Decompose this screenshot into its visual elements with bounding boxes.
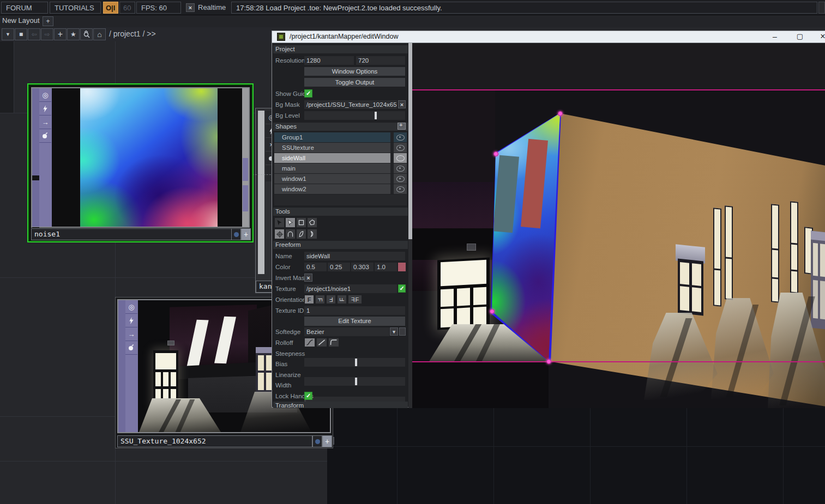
rolloff-linear-button[interactable] xyxy=(316,338,327,347)
shape-row-sidewall-selected[interactable]: sideWall xyxy=(274,153,407,163)
tool-select-white[interactable] xyxy=(285,217,296,228)
tool-arch[interactable] xyxy=(285,229,296,239)
color-a-field[interactable]: 1.0 xyxy=(375,263,397,271)
slider-handle[interactable] xyxy=(375,112,377,119)
orientation-f180-button[interactable]: F xyxy=(326,295,336,304)
tool-select-black[interactable] xyxy=(274,217,285,228)
forward-button[interactable]: ⇨ xyxy=(41,28,53,40)
viewer-scrollbar[interactable] xyxy=(242,88,249,227)
orientation-f-button[interactable]: F xyxy=(304,295,314,304)
viewer-add-button[interactable]: + xyxy=(241,228,251,240)
viewer-target-button[interactable]: ◎ xyxy=(125,300,137,314)
bias-slider[interactable] xyxy=(304,377,405,386)
tool-freeform-shape[interactable] xyxy=(307,217,317,228)
network-path-breadcrumb[interactable]: / project1 / >> xyxy=(109,29,156,38)
mapping-canvas[interactable] xyxy=(412,43,825,408)
section-header-project[interactable]: Project xyxy=(273,45,408,53)
quad-handle[interactable] xyxy=(493,151,498,156)
section-header-shapes[interactable]: Shapes xyxy=(273,123,408,131)
section-header-transform[interactable]: Transform xyxy=(273,402,408,408)
shape-row-main[interactable]: main xyxy=(274,163,407,174)
resolution-width-field[interactable]: 1280 xyxy=(304,56,354,65)
bookmark-button[interactable]: ★ xyxy=(67,28,80,40)
viewer-bomb-button[interactable] xyxy=(125,341,137,355)
section-header-freeform[interactable]: Freeform xyxy=(273,241,408,249)
viewer-arrow-button[interactable]: → xyxy=(39,116,51,129)
window-options-button[interactable]: Window Options xyxy=(304,67,405,76)
shape-row-ssutexture[interactable]: SSUtexture xyxy=(274,143,407,153)
realtime-checkbox[interactable]: × xyxy=(186,3,195,12)
new-layout-tab[interactable]: New Layout xyxy=(2,16,40,25)
viewer-flag-button[interactable] xyxy=(312,435,322,447)
tool-rectangle[interactable] xyxy=(296,217,306,228)
show-guide-checkbox[interactable]: ✓ xyxy=(304,89,312,98)
softedge-dropdown[interactable]: Bezier xyxy=(304,327,389,336)
tool-leaf[interactable] xyxy=(296,229,306,239)
realtime-toggle[interactable]: × Realtime xyxy=(186,2,232,14)
rolloff-step-button[interactable] xyxy=(328,338,339,347)
quad-handle[interactable] xyxy=(490,309,495,314)
scrollbar-handle[interactable] xyxy=(243,158,248,181)
section-header-tools[interactable]: Tools xyxy=(273,208,408,216)
viewer-noise1[interactable]: ◎ → noise1 + xyxy=(27,83,254,242)
lock-handles-checkbox[interactable]: ✓ xyxy=(304,392,312,400)
toggle-output-button[interactable]: Toggle Output xyxy=(304,78,405,87)
shape-row-window1[interactable]: window1 xyxy=(274,174,407,184)
color-g-field[interactable]: 0.25 xyxy=(328,263,350,271)
visibility-cell[interactable] xyxy=(390,174,407,184)
steepness-slider[interactable] xyxy=(304,358,405,367)
rolloff-scurve-button[interactable] xyxy=(304,338,315,347)
tool-move-points[interactable] xyxy=(274,229,285,239)
forum-menu[interactable]: FORUM xyxy=(1,2,48,14)
quad-handle[interactable] xyxy=(546,359,551,364)
close-button[interactable]: × xyxy=(817,32,825,41)
softedge-dropdown-button[interactable]: ▾ xyxy=(390,327,398,336)
viewer-bomb-button[interactable] xyxy=(39,129,51,143)
texture-active-checkbox[interactable]: ✓ xyxy=(398,284,406,293)
softedge-extra-button[interactable] xyxy=(399,327,406,336)
io-toggle[interactable]: O|I xyxy=(103,2,118,14)
viewer-flag-button[interactable] xyxy=(231,228,241,240)
orientation-f270-button[interactable]: F xyxy=(337,295,347,304)
tutorials-menu[interactable]: TUTORIALS xyxy=(50,2,101,14)
add-layout-button[interactable]: + xyxy=(43,16,53,26)
scrollbar-handle[interactable] xyxy=(243,185,248,211)
shape-row-group1[interactable]: Group1 xyxy=(274,132,407,143)
invert-mask-checkbox[interactable]: × xyxy=(304,274,312,282)
orientation-mirrored-button[interactable]: FF xyxy=(348,295,362,304)
texture-id-field[interactable]: 1 xyxy=(304,306,405,315)
add-pane-button[interactable]: + xyxy=(54,28,67,40)
color-swatch[interactable] xyxy=(398,263,406,271)
visibility-cell[interactable] xyxy=(390,153,407,163)
color-r-field[interactable]: 0.5 xyxy=(304,263,327,271)
color-b-field[interactable]: 0.303 xyxy=(351,263,374,271)
add-shape-button[interactable]: + xyxy=(398,123,406,130)
noise-texture-preview[interactable] xyxy=(80,88,218,227)
zoom-network-button[interactable] xyxy=(80,28,93,40)
visibility-cell[interactable] xyxy=(390,163,407,173)
network-pane-dark[interactable] xyxy=(327,408,825,504)
viewer-target-button[interactable]: ◎ xyxy=(39,88,51,102)
viewer-lightning-button[interactable] xyxy=(125,314,137,327)
orientation-f90-button[interactable]: F xyxy=(315,295,325,304)
viewer-name-bar[interactable]: noise1 xyxy=(31,228,232,240)
bg-mask-clear-button[interactable]: × xyxy=(398,100,406,108)
texture-field[interactable]: /project1/noise1 xyxy=(304,284,397,293)
viewer-scroll-strip[interactable] xyxy=(32,88,39,227)
viewer-lightning-button[interactable] xyxy=(39,102,51,116)
slider-handle[interactable] xyxy=(355,378,357,385)
bg-mask-field[interactable]: /project1/SSU_Texture_1024x652 xyxy=(304,100,397,109)
panel-scrollbar[interactable] xyxy=(408,43,412,408)
visibility-cell[interactable] xyxy=(390,184,407,194)
maximize-button[interactable]: ▢ xyxy=(794,32,805,42)
tool-crescent[interactable] xyxy=(307,229,317,239)
edit-texture-button[interactable]: Edit Texture xyxy=(304,317,405,326)
resolution-height-field[interactable]: 720 xyxy=(356,56,405,65)
back-button[interactable]: ⇦ xyxy=(28,28,40,40)
viewer-name-bar[interactable]: SSU_Texture_1024x652 xyxy=(117,435,312,447)
shape-row-window2[interactable]: window2 xyxy=(274,184,407,195)
minimize-button[interactable]: – xyxy=(769,32,780,42)
window-title-bar[interactable]: /project1/kantanMapper/editWindow – ▢ × xyxy=(272,31,825,43)
visibility-cell[interactable] xyxy=(390,143,407,153)
pane-dropdown-button[interactable]: ▼ xyxy=(2,28,14,40)
